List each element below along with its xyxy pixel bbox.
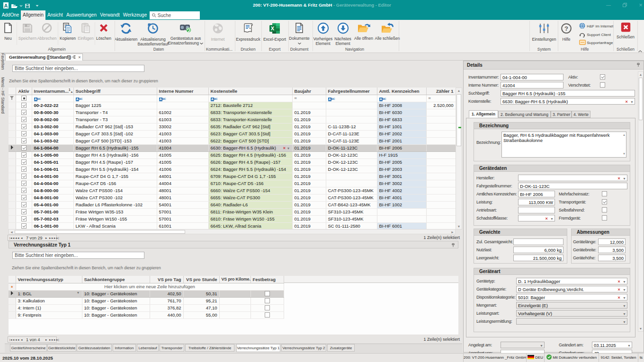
svg-text:?: ?	[564, 25, 568, 32]
svg-text:X: X	[271, 26, 275, 31]
svg-text:A: A	[4, 3, 8, 9]
